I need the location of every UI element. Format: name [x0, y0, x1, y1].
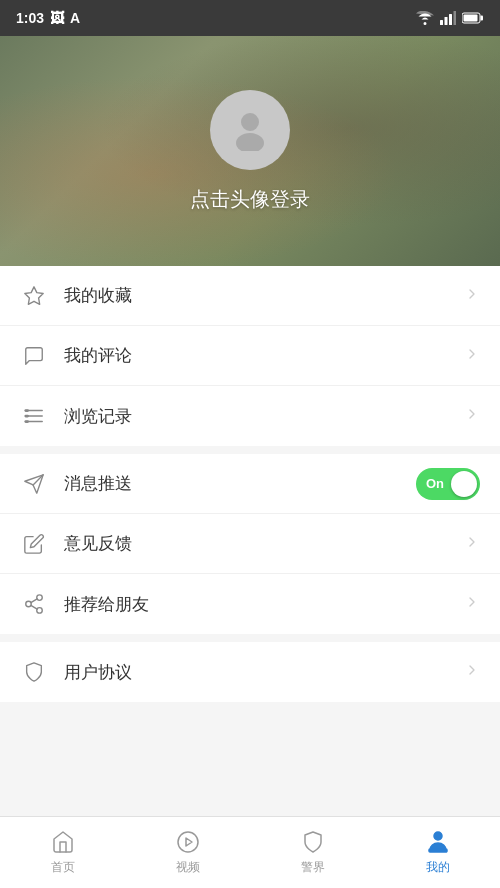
content-area: 点击头像登录 我的收藏 我的评论 — [0, 36, 500, 816]
svg-point-8 — [236, 133, 264, 151]
home-label: 首页 — [51, 859, 75, 876]
svg-marker-9 — [25, 286, 43, 303]
text-icon: A — [70, 10, 80, 26]
star-icon — [20, 282, 48, 310]
edit-icon — [20, 530, 48, 558]
send-icon — [20, 470, 48, 498]
agreement-item[interactable]: 用户协议 — [0, 642, 500, 702]
svg-rect-3 — [454, 11, 457, 25]
comments-item[interactable]: 我的评论 — [0, 326, 500, 386]
menu-section-3: 用户协议 — [0, 642, 500, 702]
avatar[interactable] — [210, 90, 290, 170]
toggle-on-label: On — [426, 476, 444, 491]
notifications-label: 消息推送 — [64, 472, 416, 495]
svg-rect-6 — [464, 15, 478, 22]
status-bar-left: 1:03 🖼 A — [16, 10, 80, 26]
svg-rect-25 — [429, 849, 447, 852]
status-bar: 1:03 🖼 A — [0, 0, 500, 36]
menu-section-1: 我的收藏 我的评论 — [0, 266, 500, 446]
svg-point-20 — [37, 608, 43, 614]
play-icon — [175, 829, 201, 855]
list-icon — [20, 402, 48, 430]
share-icon — [20, 590, 48, 618]
svg-point-23 — [178, 832, 198, 852]
svg-rect-0 — [440, 20, 443, 25]
home-icon — [50, 829, 76, 855]
svg-line-22 — [31, 599, 37, 603]
toggle-knob — [451, 471, 477, 497]
time-display: 1:03 — [16, 10, 44, 26]
feedback-arrow — [464, 534, 480, 554]
svg-line-21 — [31, 605, 37, 609]
profile-header[interactable]: 点击头像登录 — [0, 36, 500, 266]
signal-icon — [440, 11, 456, 25]
favorites-item[interactable]: 我的收藏 — [0, 266, 500, 326]
svg-marker-24 — [186, 838, 192, 846]
comment-icon — [20, 342, 48, 370]
svg-point-7 — [241, 113, 259, 131]
recommend-item[interactable]: 推荐给朋友 — [0, 574, 500, 634]
svg-rect-5 — [481, 16, 484, 21]
nav-home[interactable]: 首页 — [0, 821, 125, 884]
bottom-nav: 首页 视频 警界 我的 — [0, 816, 500, 888]
login-prompt[interactable]: 点击头像登录 — [190, 186, 310, 213]
toggle-container: On — [416, 468, 480, 500]
notifications-item[interactable]: 消息推送 On — [0, 454, 500, 514]
alert-label: 警界 — [301, 859, 325, 876]
svg-rect-1 — [445, 17, 448, 25]
nav-mine[interactable]: 我的 — [375, 821, 500, 884]
video-label: 视频 — [176, 859, 200, 876]
feedback-label: 意见反馈 — [64, 532, 464, 555]
shield-icon — [20, 658, 48, 686]
image-icon: 🖼 — [50, 10, 64, 26]
svg-rect-2 — [449, 14, 452, 25]
comments-arrow — [464, 346, 480, 366]
history-item[interactable]: 浏览记录 — [0, 386, 500, 446]
mine-label: 我的 — [426, 859, 450, 876]
history-arrow — [464, 406, 480, 426]
person-icon — [425, 829, 451, 855]
agreement-arrow — [464, 662, 480, 682]
wifi-icon — [416, 11, 434, 25]
svg-point-19 — [26, 601, 32, 607]
favorites-label: 我的收藏 — [64, 284, 464, 307]
feedback-item[interactable]: 意见反馈 — [0, 514, 500, 574]
shield-nav-icon — [300, 829, 326, 855]
status-bar-right — [416, 11, 484, 25]
favorites-arrow — [464, 286, 480, 306]
agreement-label: 用户协议 — [64, 661, 464, 684]
menu-section-2: 消息推送 On 意见反馈 — [0, 454, 500, 634]
nav-video[interactable]: 视频 — [125, 821, 250, 884]
notifications-toggle[interactable]: On — [416, 468, 480, 500]
comments-label: 我的评论 — [64, 344, 464, 367]
nav-alert[interactable]: 警界 — [250, 821, 375, 884]
history-label: 浏览记录 — [64, 405, 464, 428]
svg-point-18 — [37, 595, 43, 601]
avatar-icon — [227, 105, 273, 155]
recommend-label: 推荐给朋友 — [64, 593, 464, 616]
battery-icon — [462, 12, 484, 24]
recommend-arrow — [464, 594, 480, 614]
